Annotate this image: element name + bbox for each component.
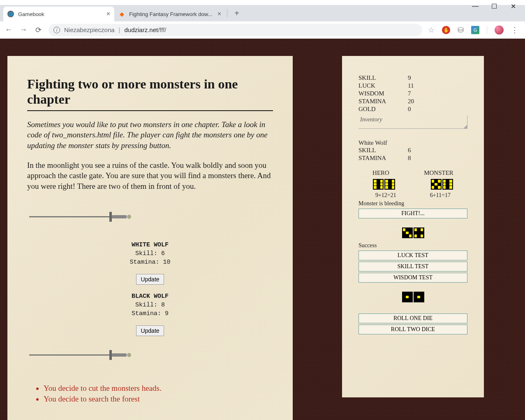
luck-test-button[interactable]: LUCK TEST	[358, 251, 467, 260]
die-4-icon	[414, 227, 424, 238]
forward-button[interactable]: →	[19, 26, 28, 34]
body-text: In the moonlight you see a ruins of the …	[27, 160, 273, 192]
fight-button[interactable]: FIGHT!...	[358, 209, 467, 218]
menu-icon[interactable]: ⋮	[511, 26, 518, 35]
maximize-button[interactable]: ☐	[491, 3, 497, 9]
url-path: /fff/	[158, 26, 166, 33]
globe-icon: 🌐	[7, 11, 14, 17]
monster-2-block: BLACK WOLF Skill: 8 Stamina: 9	[27, 292, 273, 318]
choice-1[interactable]: You decide to cut the monsters heads.	[44, 384, 273, 393]
tab-title: Gamebook	[18, 11, 44, 17]
update-monster-2-button[interactable]: Update	[136, 325, 164, 336]
dropbox-icon[interactable]: ⛁	[458, 26, 464, 35]
close-tab-icon[interactable]: ×	[217, 10, 221, 18]
monster-2-name: BLACK WOLF	[27, 292, 273, 301]
combat-message: Monster is bleeding	[358, 200, 467, 207]
enemy-name: White Wolf	[358, 139, 467, 146]
url-bar[interactable]: i Niezabezpieczona | dudziarz.net/fff/	[49, 24, 422, 36]
sword-divider-icon	[27, 209, 138, 224]
monster-calc: 6+11=17	[430, 192, 451, 199]
wisdom-value: 7	[408, 90, 411, 97]
die-1-icon	[414, 292, 424, 302]
die-6-icon	[442, 179, 453, 190]
new-tab-button[interactable]: +	[231, 7, 243, 19]
luck-label: LUCK	[358, 82, 408, 89]
svg-point-9	[127, 353, 131, 357]
separator	[487, 26, 487, 34]
toolbar: ← → ⟳ i Niezabezpieczona | dudziarz.net/…	[0, 21, 525, 39]
monster-1-skill: Skill: 6	[27, 249, 273, 258]
tab-title: Fighting Fantasy Framework dow...	[129, 11, 212, 17]
svg-rect-2	[109, 212, 112, 222]
enemy-stamina-label: STAMINA	[358, 155, 408, 162]
skill-value: 9	[408, 74, 411, 81]
hero-label: HERO	[372, 169, 389, 176]
url-separator: |	[119, 26, 120, 33]
die-5-icon	[431, 179, 442, 190]
skill-test-button[interactable]: SKILL TEST	[358, 262, 467, 271]
die-6-icon	[384, 179, 395, 190]
svg-rect-3	[112, 215, 127, 218]
wisdom-label: WISDOM	[358, 90, 408, 97]
translate-icon[interactable]: G	[471, 26, 479, 34]
roll-two-button[interactable]: ROLL TWO DICE	[358, 325, 467, 334]
intro-text: Sometimes you would like to put two mons…	[27, 119, 273, 151]
sourceforge-icon: ◆	[118, 11, 125, 17]
content-area: Fighting two or more monsters in one cha…	[0, 39, 525, 420]
monster-1-stamina: Stamina: 10	[27, 258, 273, 267]
monster-2-skill: Skill: 8	[27, 301, 273, 309]
tab-bar: 🌐 Gamebook × ◆ Fighting Fantasy Framewor…	[0, 5, 525, 21]
combat-section: HERO MONSTER 9+12=21 6+11=17	[350, 169, 476, 199]
minimize-button[interactable]: —	[472, 3, 478, 9]
url-host: dudziarz.net	[124, 26, 158, 33]
hero-calc: 9+12=21	[375, 192, 396, 199]
back-button[interactable]: ←	[4, 26, 13, 34]
gold-label: GOLD	[358, 106, 408, 113]
stamina-value: 20	[408, 98, 414, 105]
window-controls: — ☐ ✕	[472, 3, 525, 9]
stamina-label: STAMINA	[358, 98, 408, 105]
titlebar	[0, 0, 525, 5]
adblock-icon[interactable]: ✋	[442, 26, 450, 34]
page-title: Fighting two or more monsters in one cha…	[27, 77, 273, 111]
inventory-label: Inventory	[360, 116, 382, 123]
wisdom-test-button[interactable]: WISDOM TEST	[358, 273, 467, 283]
enemy-block: White Wolf SKILL6 STAMINA8	[358, 139, 467, 162]
sword-divider-icon	[27, 348, 138, 362]
update-monster-1-button[interactable]: Update	[136, 274, 164, 285]
choice-list: You decide to cut the monsters heads. Yo…	[27, 384, 273, 404]
inventory-box[interactable]: Inventory	[358, 116, 467, 129]
enemy-skill-value: 6	[408, 147, 411, 154]
die-6-icon	[373, 179, 384, 190]
monster-1-block: WHITE WOLF Skill: 6 Stamina: 10	[27, 241, 273, 267]
main-frame[interactable]: Fighting two or more monsters in one cha…	[0, 39, 300, 420]
choice-2[interactable]: You decide to search the forest	[44, 394, 273, 404]
svg-rect-7	[109, 350, 112, 360]
reload-button[interactable]: ⟳	[34, 26, 43, 35]
roll-dice	[350, 292, 476, 302]
tab-gamebook[interactable]: 🌐 Gamebook ×	[3, 7, 114, 21]
tab-fff[interactable]: ◆ Fighting Fantasy Framework dow... ×	[114, 7, 225, 21]
luck-value: 11	[408, 82, 414, 89]
avatar[interactable]	[495, 26, 504, 35]
test-result: Success	[358, 242, 467, 249]
roll-one-button[interactable]: ROLL ONE DIE	[358, 313, 467, 323]
story-paper: Fighting two or more monsters in one cha…	[7, 56, 293, 420]
close-tab-icon[interactable]: ×	[106, 10, 110, 18]
die-1-icon	[402, 292, 413, 302]
test-dice	[350, 227, 476, 238]
enemy-skill-label: SKILL	[358, 147, 408, 154]
toolbar-icons: ☆ ✋ ⛁ G ⋮	[428, 26, 521, 35]
monster-2-stamina: Stamina: 9	[27, 309, 273, 318]
monster-label: MONSTER	[424, 169, 453, 176]
close-window-button[interactable]: ✕	[510, 3, 516, 9]
monster-dice	[431, 179, 453, 190]
monster-1-name: WHITE WOLF	[27, 241, 273, 249]
gold-value: 0	[408, 106, 411, 113]
bookmark-icon[interactable]: ☆	[428, 26, 435, 35]
enemy-stamina-value: 8	[408, 155, 411, 162]
tab-separator	[227, 9, 227, 17]
info-icon: i	[53, 27, 60, 33]
skill-label: SKILL	[358, 74, 408, 81]
stats-panel: SKILL9 LUCK11 WISDOM7 STAMINA20 GOLD0 In…	[342, 56, 484, 397]
